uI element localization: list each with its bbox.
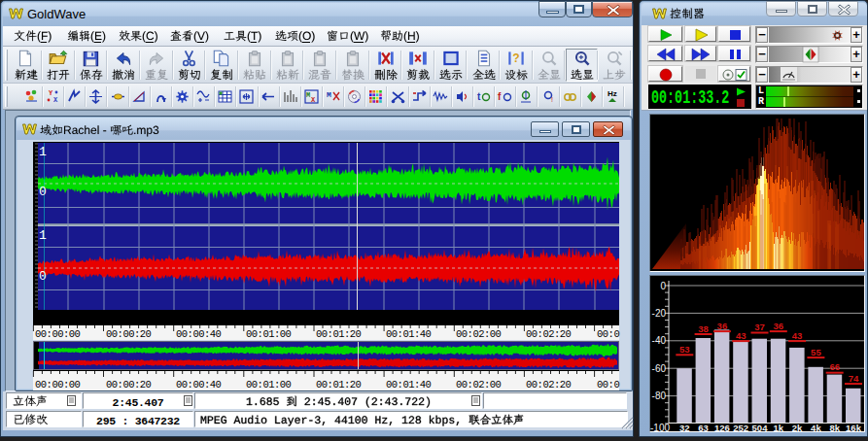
svg-text:?: ?	[512, 51, 519, 65]
svg-text:-100: -100	[650, 423, 670, 433]
svg-text:4k: 4k	[811, 423, 821, 433]
svg-text:53: 53	[679, 344, 690, 355]
svg-text:-60: -60	[652, 363, 667, 374]
svg-text:36: 36	[717, 321, 728, 331]
svg-text:43: 43	[736, 330, 746, 341]
svg-text:36: 36	[774, 321, 784, 331]
svg-text:!: !	[551, 96, 553, 103]
svg-text:252: 252	[733, 423, 748, 433]
svg-text:X: X	[53, 96, 58, 104]
svg-text:t: t	[477, 91, 481, 102]
svg-text:M: M	[327, 90, 331, 99]
svg-text:2k: 2k	[792, 423, 803, 433]
svg-text:Hz: Hz	[608, 89, 617, 98]
svg-text:0: 0	[660, 281, 666, 291]
svg-text:8k: 8k	[829, 423, 840, 433]
svg-text:126: 126	[714, 423, 730, 433]
svg-text:f: f	[498, 91, 502, 102]
svg-text:43: 43	[792, 330, 803, 341]
svg-text:16k: 16k	[846, 423, 862, 433]
svg-text:M: M	[306, 91, 310, 99]
svg-text:37: 37	[754, 322, 765, 332]
svg-text:55: 55	[811, 347, 821, 357]
svg-text:38: 38	[698, 323, 709, 334]
svg-text:-80: -80	[652, 390, 667, 401]
svg-text:32: 32	[679, 423, 690, 433]
svg-text:63: 63	[698, 423, 709, 433]
svg-text:-40: -40	[652, 335, 667, 346]
svg-text:-20: -20	[652, 308, 667, 319]
svg-text:74: 74	[849, 373, 859, 384]
svg-text:66: 66	[829, 361, 840, 372]
svg-text:504: 504	[752, 423, 769, 433]
svg-text:1k: 1k	[774, 423, 784, 433]
